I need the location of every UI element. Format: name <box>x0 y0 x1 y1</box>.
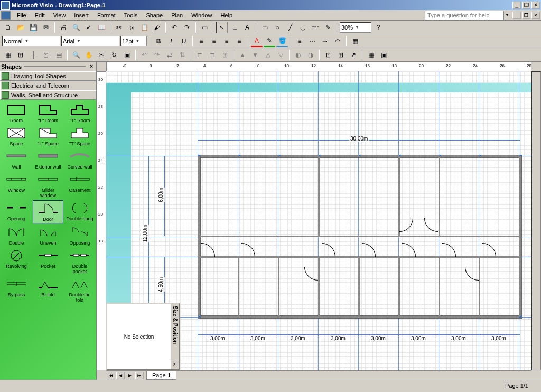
flip-v-button[interactable]: ⇅ <box>176 49 188 61</box>
pagebreaks-button[interactable]: ▤ <box>53 49 64 61</box>
stencil-electrical[interactable]: Electrical and Telecom <box>0 81 96 90</box>
mail-button[interactable]: ✉ <box>40 22 52 33</box>
line-weight-button[interactable]: ≡ <box>294 35 305 47</box>
dimension-line[interactable] <box>198 334 520 335</box>
shape-stencil-item[interactable]: Double hung <box>64 200 95 223</box>
shape-explorer-button[interactable]: ▣ <box>378 49 389 61</box>
tab-last-button[interactable]: ⏭ <box>135 372 144 379</box>
guides-button[interactable]: ⊞ <box>15 49 26 61</box>
custom-props-button[interactable]: ▦ <box>365 49 377 61</box>
canvas-viewport[interactable]: × × × × × × × × × × × 30,00m 6,00m 12,00… <box>106 71 531 370</box>
layers-button[interactable]: ▣ <box>121 49 133 61</box>
flip-h-button[interactable]: ⇄ <box>164 49 175 61</box>
zoom-combo[interactable]: 30%▼ <box>340 22 371 33</box>
rectangle-tool-button[interactable]: ▭ <box>259 22 270 33</box>
connector-tool-button[interactable]: ⟂ <box>229 22 240 33</box>
redo-button[interactable]: ↷ <box>181 22 193 33</box>
vertical-scrollbar[interactable] <box>531 71 541 370</box>
style-combo[interactable]: Normal▼ <box>2 36 60 46</box>
undo-button[interactable]: ↶ <box>169 22 180 33</box>
align-right-button[interactable]: ≡ <box>221 35 232 47</box>
font-size-combo[interactable]: 12pt▼ <box>120 36 147 46</box>
shapes-close-button[interactable]: × <box>88 63 95 70</box>
connect-shapes-button[interactable]: ⊡ <box>322 49 334 61</box>
vertical-ruler[interactable]: 30282624222018 <box>97 71 106 370</box>
shape-stencil-item[interactable]: Double pocket <box>64 248 95 275</box>
menu-edit[interactable]: Edit <box>31 11 49 20</box>
shape-stencil-item[interactable]: Space <box>1 125 32 147</box>
line-color-button[interactable]: ✎ <box>264 35 275 47</box>
align-justify-button[interactable]: ≡ <box>234 35 245 47</box>
size-position-close-button[interactable]: × <box>171 361 178 368</box>
shape-stencil-item[interactable]: Casement <box>64 172 95 199</box>
interior-wall[interactable] <box>198 236 520 237</box>
format-button[interactable]: ▦ <box>349 35 361 47</box>
shape-stencil-item[interactable]: Curved wall <box>64 148 95 171</box>
interior-wall[interactable] <box>318 156 320 236</box>
corner-rounding-button[interactable]: ◠ <box>332 35 343 47</box>
rulers-button[interactable]: ⊡ <box>40 49 52 61</box>
shape-stencil-item[interactable]: Room <box>1 102 32 124</box>
menu-plan[interactable]: Plan <box>167 11 187 20</box>
guide-line[interactable] <box>278 71 278 370</box>
send-back-button[interactable]: ▼ <box>249 49 261 61</box>
interior-wall[interactable] <box>398 257 400 316</box>
menu-shape[interactable]: Shape <box>142 11 167 20</box>
tab-next-button[interactable]: ▶ <box>126 372 134 379</box>
close-button[interactable]: × <box>531 2 540 9</box>
paste-button[interactable]: 📋 <box>138 22 150 33</box>
rotate-left-button[interactable]: ↶ <box>138 49 150 61</box>
stencil-drawing-tools[interactable]: Drawing Tool Shapes <box>0 71 96 81</box>
print-button[interactable]: 🖨 <box>58 22 69 33</box>
rotate-button[interactable]: ↻ <box>108 49 120 61</box>
shape-stencil-item[interactable]: Pocket <box>33 248 63 275</box>
shape-stencil-item[interactable]: Uneven <box>33 225 63 247</box>
pencil-tool-button[interactable]: ✎ <box>322 22 334 33</box>
shape-stencil-item[interactable]: Double <box>1 225 32 247</box>
menu-format[interactable]: Format <box>93 11 120 20</box>
shape-stencil-item[interactable]: Double bi-fold <box>64 276 95 304</box>
fill-color-button[interactable]: 🪣 <box>276 35 288 47</box>
menu-view[interactable]: View <box>49 11 70 20</box>
save-button[interactable]: 💾 <box>27 22 39 33</box>
horizontal-ruler[interactable]: -20246810121416182022242628 <box>106 62 531 71</box>
line-ends-button[interactable]: → <box>319 35 331 47</box>
open-button[interactable]: 📂 <box>15 22 26 33</box>
menu-window[interactable]: Window <box>187 11 216 20</box>
spellcheck-button[interactable]: ✓ <box>83 22 95 33</box>
shape-stencil-item[interactable]: Opening <box>1 200 32 223</box>
layout-shapes-button[interactable]: ⊞ <box>335 49 347 61</box>
interior-wall[interactable] <box>439 257 440 316</box>
ruler-corner[interactable] <box>97 62 106 71</box>
arc-tool-button[interactable]: ◡ <box>297 22 309 33</box>
new-button[interactable]: 🗋 <box>2 22 14 33</box>
interior-wall[interactable] <box>358 257 360 316</box>
interior-wall[interactable] <box>479 257 480 316</box>
shape-stencil-item[interactable]: Window <box>1 172 32 199</box>
rotate-right-button[interactable]: ↷ <box>151 49 163 61</box>
bold-button[interactable]: B <box>153 35 164 47</box>
intersect-button[interactable]: ◑ <box>305 49 316 61</box>
shape-stencil-item[interactable]: Bi-fold <box>33 276 63 304</box>
guide-line[interactable] <box>238 71 238 370</box>
align-center-button[interactable]: ≡ <box>208 35 220 47</box>
shape-stencil-item[interactable]: "L" Room <box>33 102 63 124</box>
shapes-button[interactable]: ▭ <box>199 22 210 33</box>
research-button[interactable]: 📖 <box>96 22 107 33</box>
italic-button[interactable]: I <box>165 35 177 47</box>
line-pattern-button[interactable]: ⋯ <box>306 35 318 47</box>
help-search-input[interactable] <box>425 11 504 20</box>
interior-wall[interactable] <box>318 257 320 316</box>
underline-button[interactable]: U <box>178 35 190 47</box>
help-button[interactable]: ? <box>372 22 384 33</box>
copy-button[interactable]: ⎘ <box>126 22 137 33</box>
shape-stencil-item[interactable]: Opposing <box>64 225 95 247</box>
distribute-button[interactable]: ⊐ <box>207 49 218 61</box>
font-color-button[interactable]: A <box>251 35 263 47</box>
shape-stencil-item[interactable]: "L" Space <box>33 125 63 147</box>
group-button[interactable]: ⊞ <box>219 49 231 61</box>
maximize-button[interactable]: ❐ <box>522 2 530 9</box>
guide-line[interactable] <box>358 71 359 370</box>
bring-forward-button[interactable]: △ <box>262 49 274 61</box>
drawing-canvas[interactable]: × × × × × × × × × × × 30,00m 6,00m 12,00… <box>106 71 531 370</box>
